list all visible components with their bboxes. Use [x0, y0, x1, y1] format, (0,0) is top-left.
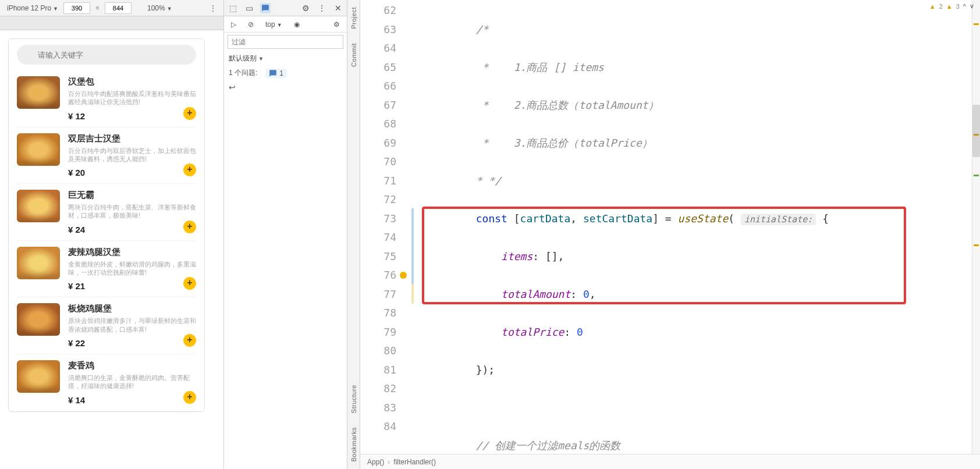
- height-input[interactable]: [105, 2, 132, 14]
- close-icon[interactable]: ✕: [333, 3, 343, 13]
- inspector-gear-icon[interactable]: ⚙: [330, 20, 343, 29]
- code-line: items: [],: [410, 247, 972, 267]
- food-image: [17, 303, 60, 336]
- inspector-toolbar2: ▷ ⊘ top▼ ◉ ⚙: [224, 16, 347, 33]
- breadcrumb[interactable]: App()›filterHandler(): [360, 454, 980, 469]
- filter-input[interactable]: [228, 35, 343, 49]
- food-price: ¥ 20: [68, 168, 196, 177]
- tab-project[interactable]: Project: [349, 0, 358, 36]
- code-line: * 3.商品总价（totalPrice）: [410, 134, 972, 153]
- food-desc: 百分百纯牛肉配搭爽脆酸瓜洋葱粒与美味番茄酱经典滋味让你无法抵挡!: [68, 90, 196, 106]
- food-title: 巨无霸: [68, 190, 196, 201]
- breadcrumb-item: App(): [367, 458, 384, 466]
- food-title: 麦辣鸡腿汉堡: [68, 247, 196, 258]
- preview-area: 汉堡包百分百纯牛肉配搭爽脆酸瓜洋葱粒与美味番茄酱经典滋味让你无法抵挡!¥ 12+…: [0, 30, 223, 469]
- scrollmap[interactable]: [972, 0, 980, 454]
- code-body[interactable]: /* * 1.商品 [] items * 2.商品总数（totalAmount）…: [410, 0, 972, 454]
- code-line: // 创建一个过滤meals的函数: [410, 436, 972, 454]
- food-title: 双层吉士汉堡: [68, 133, 196, 144]
- device-bar: iPhone 12 Pro▼ × 100%▼ ⋮: [0, 0, 223, 16]
- code-area[interactable]: 6263646566 6768697071 7273747576 7778798…: [360, 0, 980, 454]
- scope-dropdown[interactable]: top▼: [262, 20, 286, 29]
- width-input[interactable]: [63, 2, 90, 14]
- device-more-icon[interactable]: ⋮: [206, 4, 220, 12]
- food-list: 汉堡包百分百纯牛肉配搭爽脆酸瓜洋葱粒与美味番茄酱经典滋味让你无法抵挡!¥ 12+…: [9, 70, 204, 411]
- food-price: ¥ 14: [68, 395, 196, 405]
- food-image: [17, 76, 60, 109]
- food-item: 双层吉士汉堡百分百纯牛肉与双层香软芝士，加上松软面包及美味酱料，诱惑无人能挡!¥…: [17, 127, 196, 184]
- x-separator: ×: [95, 4, 100, 12]
- food-price: ¥ 24: [68, 225, 196, 234]
- settings-icon[interactable]: ⚙: [300, 3, 311, 13]
- code-line: * */: [410, 172, 972, 191]
- inline-hint: initialState:: [741, 214, 816, 225]
- food-title: 汉堡包: [68, 76, 196, 87]
- add-button[interactable]: +: [183, 334, 196, 347]
- code-line: * 2.商品总数（totalAmount）: [410, 96, 972, 115]
- food-image: [17, 133, 60, 166]
- food-price: ¥ 21: [68, 281, 196, 291]
- food-price: ¥ 22: [68, 338, 196, 348]
- more-icon[interactable]: ⋮: [317, 3, 327, 13]
- tab-commit[interactable]: Commit: [349, 36, 358, 74]
- undo-icon[interactable]: ↩: [224, 80, 347, 94]
- food-item: 板烧鸡腿堡原块去骨鸡排嫩滑多汁，与翠绿新鲜的生菜和香浓烧鸡酱搭配，口感丰富!¥ …: [17, 297, 196, 354]
- food-desc: 两块百分百纯牛肉，搭配生菜、洋葱等新鲜食材，口感丰富，极致美味!: [68, 203, 196, 220]
- zoom-selector[interactable]: 100%▼: [144, 4, 176, 12]
- issue-chat-icon: [269, 69, 277, 77]
- food-title: 麦香鸡: [68, 360, 196, 371]
- eye-icon[interactable]: ◉: [290, 20, 303, 29]
- code-line: totalAmount: 0,: [410, 285, 972, 304]
- device-preview-panel: iPhone 12 Pro▼ × 100%▼ ⋮ 汉堡包百分百纯牛肉配搭爽脆酸瓜…: [0, 0, 224, 469]
- inspect-icon[interactable]: ⬚: [228, 3, 238, 13]
- food-item: 巨无霸两块百分百纯牛肉，搭配生菜、洋葱等新鲜食材，口感丰富，极致美味!¥ 24+: [17, 184, 196, 241]
- scroll-thumb[interactable]: [972, 105, 980, 157]
- code-line: totalPrice: 0: [410, 323, 972, 342]
- code-line: const [cartData, setCartData] = useState…: [410, 209, 972, 229]
- food-item: 麦香鸡清脆爽口的生菜，金黄酥脆的鸡肉。营养配搭，好滋味的健康选择!¥ 14+: [17, 354, 196, 411]
- food-desc: 百分百纯牛肉与双层香软芝士，加上松软面包及美味酱料，诱惑无人能挡!: [68, 147, 196, 164]
- food-desc: 清脆爽口的生菜，金黄酥脆的鸡肉。营养配搭，好滋味的健康选择!: [68, 374, 196, 390]
- editor-panel: ▲2 ▲3 ^∨ 6263646566 6768697071 727374757…: [360, 0, 980, 469]
- food-desc: 原块去骨鸡排嫩滑多汁，与翠绿新鲜的生菜和香浓烧鸡酱搭配，口感丰富!: [68, 317, 196, 333]
- no-entry-icon[interactable]: ⊘: [244, 20, 257, 29]
- preview-gray-strip: [0, 16, 223, 30]
- add-button[interactable]: +: [183, 221, 196, 233]
- line-gutter: 6263646566 6768697071 7273747576 7778798…: [360, 0, 410, 454]
- device-selector[interactable]: iPhone 12 Pro▼: [3, 4, 62, 12]
- issues-row[interactable]: 1 个问题: 1: [224, 66, 347, 80]
- tab-bookmarks[interactable]: Bookmarks: [349, 420, 358, 469]
- code-line: /*: [410, 20, 972, 40]
- code-line: });: [410, 361, 972, 380]
- search-input[interactable]: [17, 45, 196, 65]
- add-button[interactable]: +: [183, 391, 196, 404]
- play-icon[interactable]: ▷: [228, 20, 240, 29]
- food-item: 汉堡包百分百纯牛肉配搭爽脆酸瓜洋葱粒与美味番茄酱经典滋味让你无法抵挡!¥ 12+: [17, 70, 196, 127]
- code-line: [410, 399, 972, 418]
- add-button[interactable]: +: [183, 107, 196, 120]
- food-image: [17, 190, 60, 222]
- vertical-tabs: Project Commit Structure Bookmarks: [347, 0, 360, 469]
- food-desc: 金黄脆辣的外皮，鲜嫩幼滑的鸡腿肉，多重滋味，一次打动您挑剔的味蕾!: [68, 260, 196, 277]
- inspector-panel: ⬚ ▭ ⚙ ⋮ ✕ ▷ ⊘ top▼ ◉ ⚙ 默认级别▼ 1 个问题: 1 ↩: [224, 0, 347, 469]
- food-title: 板烧鸡腿堡: [68, 303, 196, 314]
- tab-structure[interactable]: Structure: [349, 378, 358, 420]
- food-image: [17, 247, 60, 279]
- inspector-toolbar: ⬚ ▭ ⚙ ⋮ ✕: [224, 0, 347, 16]
- code-line: * 1.商品 [] items: [410, 58, 972, 77]
- editor-top-warnings[interactable]: ▲2 ▲3 ^∨: [929, 2, 974, 10]
- food-item: 麦辣鸡腿汉堡金黄脆辣的外皮，鲜嫩幼滑的鸡腿肉，多重滋味，一次打动您挑剔的味蕾!¥…: [17, 241, 196, 298]
- food-price: ¥ 12: [68, 111, 196, 121]
- phone-frame: 汉堡包百分百纯牛肉配搭爽脆酸瓜洋葱粒与美味番茄酱经典滋味让你无法抵挡!¥ 12+…: [8, 38, 205, 412]
- chat-tab-icon[interactable]: [260, 3, 271, 13]
- device-icon[interactable]: ▭: [244, 3, 254, 13]
- breadcrumb-item: filterHandler(): [393, 458, 436, 466]
- food-image: [17, 360, 60, 393]
- level-dropdown[interactable]: 默认级别▼: [224, 51, 347, 66]
